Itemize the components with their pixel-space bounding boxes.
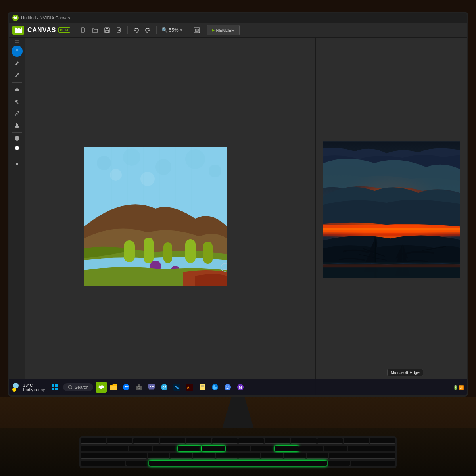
key-t[interactable] xyxy=(186,438,211,444)
render-button[interactable]: ▶ RENDER xyxy=(207,25,240,35)
app-icon-ps[interactable]: Ps xyxy=(171,382,182,393)
start-button[interactable] xyxy=(49,382,60,393)
key-x[interactable] xyxy=(170,453,192,459)
key-h[interactable] xyxy=(251,446,274,451)
app-icon-notepad[interactable] xyxy=(197,382,208,393)
title-bar: Untitled - NVIDIA Canvas xyxy=(9,13,467,23)
hand-tool-button[interactable] xyxy=(12,120,23,131)
key-alt-r[interactable] xyxy=(328,461,350,466)
svg-point-11 xyxy=(15,115,16,116)
nvidia-taskbar-icon[interactable] xyxy=(96,382,107,393)
drawing-canvas[interactable] xyxy=(84,147,227,286)
key-e[interactable] xyxy=(133,438,159,444)
key-c[interactable] xyxy=(193,453,215,459)
key-enter[interactable] xyxy=(348,446,395,451)
app-icon-edge[interactable] xyxy=(209,382,221,393)
screen: Untitled - NVIDIA Canvas CANVAS BETA xyxy=(9,13,467,395)
app-icon-last[interactable]: M xyxy=(235,382,246,393)
eraser-tool-button[interactable] xyxy=(12,84,23,95)
app-icon-telegram[interactable] xyxy=(159,382,170,393)
key-z[interactable] xyxy=(148,453,169,459)
key-a[interactable] xyxy=(129,446,152,451)
svg-rect-6 xyxy=(195,29,198,31)
svg-point-58 xyxy=(138,387,140,389)
export-button[interactable] xyxy=(114,25,124,35)
search-icon xyxy=(68,385,73,390)
canvas-area[interactable] xyxy=(25,38,316,395)
edge-tooltip: Microsoft Edge xyxy=(387,369,423,376)
key-bracket2[interactable] xyxy=(370,438,395,444)
search-bar[interactable]: Search xyxy=(63,383,93,391)
brush-size-slider-track[interactable] xyxy=(17,142,17,162)
key-ctrl-r[interactable] xyxy=(351,461,395,466)
pencil-tool-button[interactable] xyxy=(12,58,23,69)
key-w[interactable] xyxy=(107,438,132,444)
key-i[interactable] xyxy=(265,438,290,444)
svg-point-62 xyxy=(152,386,154,387)
fit-view-button[interactable] xyxy=(192,25,202,35)
svg-rect-9 xyxy=(15,89,19,91)
zoom-level: 55% xyxy=(169,27,178,33)
svg-point-15 xyxy=(155,159,171,175)
key-d[interactable] xyxy=(178,446,201,451)
svg-rect-69 xyxy=(200,384,205,390)
svg-point-7 xyxy=(16,49,18,51)
render-label: RENDER xyxy=(216,28,234,33)
svg-text:M: M xyxy=(239,386,242,390)
key-ctrl[interactable] xyxy=(81,461,125,466)
key-alt[interactable] xyxy=(126,461,148,466)
key-n[interactable] xyxy=(261,453,283,459)
key-caps[interactable] xyxy=(81,446,128,451)
key-y[interactable] xyxy=(212,438,238,444)
svg-rect-31 xyxy=(185,239,196,263)
app-title: CANVAS xyxy=(27,27,56,34)
zoom-control[interactable]: 🔍 55% ▼ xyxy=(161,27,183,33)
camera-icon[interactable] xyxy=(133,382,144,393)
brush-size-control[interactable] xyxy=(15,136,19,165)
key-comma[interactable] xyxy=(307,453,328,459)
key-r[interactable] xyxy=(160,438,185,444)
key-s[interactable] xyxy=(153,446,177,451)
file-explorer-icon[interactable] xyxy=(108,382,119,393)
key-g[interactable] xyxy=(226,446,250,451)
zoom-dropdown-icon[interactable]: ▼ xyxy=(180,28,183,32)
open-button[interactable] xyxy=(90,25,100,35)
key-o[interactable] xyxy=(291,438,316,444)
key-l[interactable] xyxy=(324,446,347,451)
svg-point-10 xyxy=(17,111,19,113)
chat-icon[interactable] xyxy=(146,382,157,393)
brush-size-slider-thumb[interactable] xyxy=(15,146,19,150)
key-j[interactable] xyxy=(275,446,298,451)
svg-rect-60 xyxy=(148,384,155,389)
key-shift[interactable] xyxy=(81,453,147,459)
new-button[interactable] xyxy=(78,25,88,35)
brush-tool-button[interactable] xyxy=(12,46,23,57)
rendered-svg xyxy=(323,141,460,278)
app-icon-chrome[interactable] xyxy=(222,382,233,393)
paintbrush-tool-button[interactable] xyxy=(12,69,23,81)
key-u[interactable] xyxy=(238,438,264,444)
key-f[interactable] xyxy=(202,446,225,451)
search-placeholder: Search xyxy=(75,385,88,390)
redo-button[interactable] xyxy=(143,25,153,35)
weather-text: 33°C Partly sunny xyxy=(23,383,45,392)
key-k[interactable] xyxy=(299,446,323,451)
key-b[interactable] xyxy=(238,453,260,459)
app-icon-ai[interactable]: Ai xyxy=(184,382,195,393)
bucket-tool-button[interactable] xyxy=(12,96,23,107)
svg-rect-44 xyxy=(323,233,460,236)
key-shift-r[interactable] xyxy=(329,453,395,459)
svg-rect-51 xyxy=(55,384,58,387)
save-button[interactable] xyxy=(102,25,112,35)
key-bracket[interactable] xyxy=(344,438,369,444)
key-q[interactable] xyxy=(81,438,106,444)
app-icon-1[interactable] xyxy=(121,382,132,393)
eyedropper-tool-button[interactable] xyxy=(12,108,23,119)
weather-widget[interactable]: 33°C Partly sunny xyxy=(12,383,45,392)
render-area xyxy=(316,38,467,395)
key-m[interactable] xyxy=(284,453,306,459)
key-v[interactable] xyxy=(216,453,238,459)
undo-button[interactable] xyxy=(131,25,141,35)
key-p[interactable] xyxy=(317,438,343,444)
key-space[interactable] xyxy=(149,461,327,466)
